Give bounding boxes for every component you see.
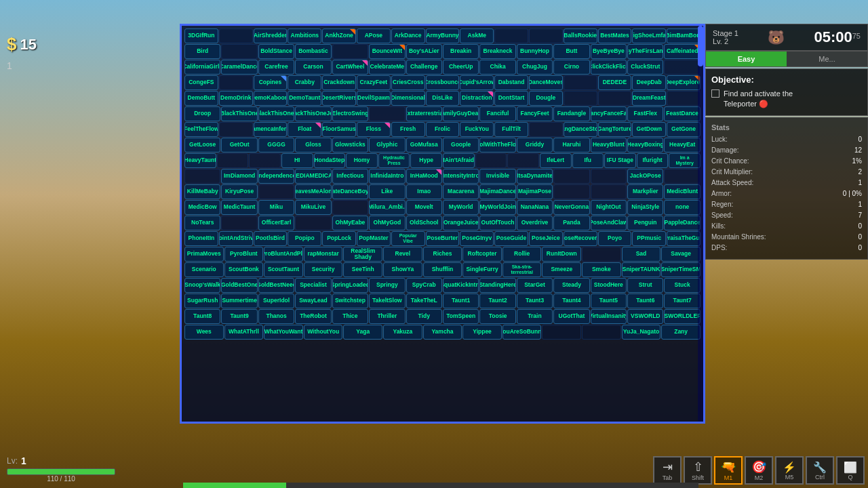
emote-cell[interactable] bbox=[249, 153, 281, 168]
emote-cell[interactable] bbox=[542, 325, 581, 340]
emote-cell[interactable]: Rollie bbox=[502, 247, 542, 262]
emote-cell[interactable]: Bombastic bbox=[295, 44, 331, 59]
emote-cell[interactable]: Strut bbox=[627, 278, 663, 293]
emote-cell[interactable]: OutOfTouch bbox=[479, 216, 515, 230]
emote-cell[interactable]: Taunt9 bbox=[221, 309, 257, 324]
emote-cell[interactable]: PopMaster bbox=[357, 231, 391, 246]
emote-cell[interactable]: AskMe bbox=[460, 28, 494, 43]
emote-cell[interactable] bbox=[664, 169, 700, 184]
emote-cell[interactable]: HondaStep bbox=[314, 153, 346, 168]
emote-cell[interactable]: HydraulicPress bbox=[378, 153, 410, 168]
emote-cell[interactable]: Poyo bbox=[598, 231, 632, 246]
emote-cell[interactable]: RunItDown bbox=[542, 247, 581, 262]
emote-cell[interactable]: LateDanceBoys bbox=[332, 184, 368, 199]
emote-cell[interactable]: GangDanceStory bbox=[564, 122, 597, 137]
emote-cell[interactable]: Steady bbox=[553, 278, 589, 293]
emote-cell[interactable]: GoMufasa bbox=[406, 138, 442, 152]
emote-cell[interactable] bbox=[369, 106, 405, 121]
emote-cell[interactable] bbox=[529, 28, 563, 43]
emote-cell[interactable]: Scenario bbox=[184, 262, 224, 277]
emote-cell[interactable]: Savage bbox=[661, 247, 701, 262]
emote-cell[interactable]: Caffeinated bbox=[664, 44, 700, 59]
emote-cell[interactable]: ArmyBunny bbox=[426, 28, 460, 43]
emote-cell[interactable]: OfficerEarl bbox=[258, 216, 294, 230]
emote-cell[interactable]: Specialist bbox=[295, 278, 331, 293]
emote-cell[interactable]: Frolic bbox=[426, 122, 460, 137]
key-q[interactable]: ⬜ Q bbox=[836, 456, 865, 485]
emote-cell[interactable]: Sad bbox=[622, 247, 661, 262]
emote-cell[interactable]: Float bbox=[288, 122, 321, 137]
emote-cell[interactable]: CartWheel bbox=[332, 60, 368, 75]
emote-cell[interactable]: Im aMystery bbox=[669, 153, 701, 168]
emote-cell[interactable]: rapMonstar bbox=[304, 247, 343, 262]
emote-cell[interactable]: Thanos bbox=[258, 309, 294, 324]
emote-cell[interactable]: MajimaDance bbox=[479, 184, 515, 199]
emote-cell[interactable]: Droop bbox=[184, 106, 220, 121]
emote-cell[interactable]: Dabstand bbox=[494, 75, 528, 90]
emote-cell[interactable]: InfinidaIntro bbox=[369, 169, 405, 184]
emote-cell[interactable]: FastFlex bbox=[627, 106, 663, 121]
emote-cell[interactable]: Markplier bbox=[627, 184, 663, 199]
emote-cell[interactable]: PointAndStrive bbox=[219, 231, 253, 246]
emote-cell[interactable]: KiryuPose bbox=[221, 184, 257, 199]
emote-cell[interactable]: Glowsticks bbox=[332, 138, 368, 152]
emote-cell[interactable]: ElectroSwing bbox=[332, 106, 368, 121]
emote-cell[interactable]: BackThisOneJob bbox=[295, 106, 331, 121]
emote-cell[interactable]: Fandangle bbox=[553, 106, 589, 121]
emote-cell[interactable]: VirtualInsanity bbox=[591, 309, 627, 324]
emote-cell[interactable]: Boy'sALier bbox=[406, 44, 442, 59]
emote-cell[interactable]: DontStart bbox=[494, 91, 528, 106]
emote-cell[interactable]: SpringLoaded bbox=[332, 278, 368, 293]
emote-cell[interactable]: Thice bbox=[332, 309, 368, 324]
emote-cell[interactable]: Taunt6 bbox=[627, 293, 663, 308]
emote-cell[interactable]: IMEDIAMEDICAM bbox=[295, 169, 331, 184]
emote-cell[interactable]: NinjaStyle bbox=[627, 200, 663, 215]
emote-cell[interactable]: VSWORLD bbox=[627, 309, 663, 324]
emote-cell[interactable]: SquatKickIntro bbox=[443, 278, 479, 293]
emote-cell[interactable]: HeavyBoxing bbox=[627, 138, 663, 152]
emote-cell[interactable]: VSWORLDLEFT bbox=[664, 309, 700, 324]
emote-cell[interactable]: MyWorld bbox=[443, 200, 479, 215]
emote-cell[interactable]: Revel bbox=[383, 247, 422, 262]
emote-cell[interactable]: Zany bbox=[661, 325, 701, 340]
emote-cell[interactable]: NanaNana bbox=[517, 200, 553, 215]
emote-cell[interactable]: Cupid'sArrow bbox=[460, 75, 494, 90]
emote-cell[interactable]: JackOPose bbox=[627, 169, 663, 184]
key-m1[interactable]: 🔫 M1 bbox=[714, 456, 743, 485]
emote-cell[interactable]: FuckYou bbox=[460, 122, 494, 137]
emote-cell[interactable]: SniperTimeSM bbox=[661, 262, 701, 277]
emote-cell[interactable] bbox=[221, 216, 257, 230]
emote-cell[interactable] bbox=[494, 28, 528, 43]
emote-cell[interactable]: APose bbox=[357, 28, 391, 43]
emote-cell[interactable]: Tidy bbox=[406, 309, 442, 324]
emote-cell[interactable]: Ifuright bbox=[637, 153, 669, 168]
emote-cell[interactable]: Copines bbox=[254, 75, 288, 90]
emote-cell[interactable]: GGGG bbox=[258, 138, 294, 152]
emote-cell[interactable] bbox=[217, 153, 249, 168]
emote-cell[interactable]: GolWithTheFlow bbox=[479, 138, 515, 152]
emote-cell[interactable] bbox=[295, 216, 331, 230]
emote-cell[interactable]: UGotThat bbox=[553, 309, 589, 324]
emote-cell[interactable]: TakeTheL bbox=[406, 293, 442, 308]
emote-cell[interactable]: WhatAThrll bbox=[224, 325, 264, 340]
emote-cell[interactable]: FloorSamus bbox=[322, 122, 356, 137]
emote-cell[interactable]: DeepDab bbox=[632, 75, 666, 90]
key-m5[interactable]: ⚡ M5 bbox=[775, 456, 804, 485]
emote-cell[interactable]: Floss bbox=[357, 122, 391, 137]
emote-cell[interactable]: Haruhi bbox=[553, 138, 589, 152]
emote-cell[interactable]: ClickClickFlick bbox=[591, 60, 627, 75]
emote-cell[interactable]: MyWorldJoin bbox=[479, 200, 515, 215]
emote-cell[interactable]: FullTilt bbox=[494, 122, 528, 137]
emote-cell[interactable]: Hype bbox=[410, 153, 442, 168]
emote-cell[interactable]: FamilyGuyDeath bbox=[443, 106, 479, 121]
emote-cell[interactable]: Taunt3 bbox=[517, 293, 553, 308]
key-ctrl[interactable]: 🔧 Ctrl bbox=[806, 456, 834, 485]
emote-cell[interactable]: Snoop'sWalk bbox=[184, 278, 220, 293]
emote-cell[interactable]: NoTears bbox=[184, 216, 220, 230]
emote-cell[interactable]: DemoKaboom bbox=[254, 91, 288, 106]
emote-cell[interactable]: Carefree bbox=[258, 60, 294, 75]
emote-cell[interactable]: Roftcopter bbox=[462, 247, 502, 262]
emote-cell[interactable] bbox=[475, 153, 507, 168]
emote-cell[interactable]: IfeLert bbox=[540, 153, 572, 168]
emote-cell[interactable]: Taunt4 bbox=[553, 293, 589, 308]
